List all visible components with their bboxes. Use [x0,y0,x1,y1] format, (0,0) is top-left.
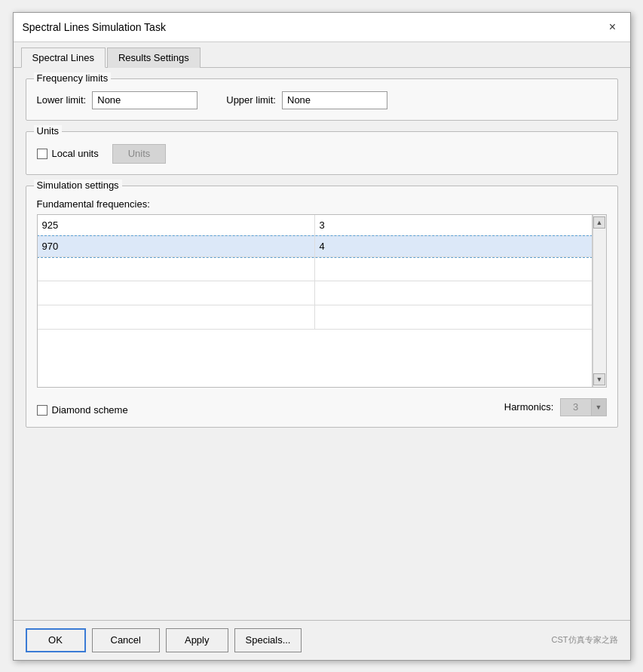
table-cell[interactable] [38,257,315,281]
cancel-button[interactable]: Cancel [92,628,160,652]
diamond-scheme-label: Diamond scheme [52,404,128,416]
table-row[interactable] [38,281,592,305]
scroll-down-button[interactable]: ▼ [593,373,605,385]
table-cell[interactable]: 3 [314,215,592,236]
diamond-scheme-checkbox[interactable] [37,405,47,416]
tab-content: Frequency limits Lower limit: Upper limi… [14,68,630,620]
tab-results-settings[interactable]: Results Settings [107,48,201,68]
dialog-title: Spectral Lines Simulation Task [23,21,166,33]
simulation-settings-title: Simulation settings [34,180,122,191]
table-row[interactable]: 970 4 [38,236,592,257]
local-units-label: Local units [52,148,99,159]
tab-bar: Spectral Lines Results Settings [14,42,630,68]
table-row[interactable]: 925 3 [38,215,592,236]
frequency-limits-group: Frequency limits Lower limit: Upper limi… [26,78,618,121]
harmonics-value: 3 [561,401,591,413]
units-title: Units [34,125,63,137]
table-cell[interactable]: 925 [38,215,315,236]
diamond-scheme-row: Diamond scheme [37,404,128,416]
watermark: CST仿真专家之路 [552,634,618,646]
dialog: Spectral Lines Simulation Task × Spectra… [13,12,631,661]
local-units-row: Local units Units [37,144,607,164]
units-group: Units Local units Units [26,131,618,175]
table-cell[interactable]: 4 [314,236,592,257]
table-scrollbar: ▲ ▼ [592,215,606,387]
upper-limit-input[interactable] [282,91,387,109]
upper-limit-label: Upper limit: [226,94,276,106]
harmonics-label: Harmonics: [504,401,554,413]
local-units-checkbox[interactable] [37,149,47,159]
specials-button[interactable]: Specials... [234,628,302,652]
table-cell[interactable] [38,281,315,305]
units-button[interactable]: Units [112,144,167,164]
table-cell[interactable] [314,281,592,305]
harmonics-dropdown[interactable]: 3 ▼ [560,398,607,416]
table-cell[interactable] [314,257,592,281]
lower-limit-input[interactable] [92,91,197,109]
simulation-settings-group: Simulation settings Fundamental frequenc… [26,186,618,428]
table-row[interactable] [38,257,592,281]
freq-table-container: 925 3 970 4 [37,214,607,388]
freq-table: 925 3 970 4 [38,215,592,330]
title-bar: Spectral Lines Simulation Task × [14,13,630,42]
table-row[interactable] [38,305,592,330]
apply-button[interactable]: Apply [166,628,228,652]
frequency-limits-title: Frequency limits [34,72,112,84]
table-cell[interactable]: 970 [38,236,315,257]
scroll-up-button[interactable]: ▲ [593,216,605,229]
harmonics-dropdown-arrow[interactable]: ▼ [591,399,606,416]
table-cell[interactable] [38,305,315,330]
fundamental-frequencies-label: Fundamental frequencies: [37,198,607,210]
freq-table-area: 925 3 970 4 [38,215,592,387]
lower-limit-label: Lower limit: [37,94,87,106]
close-button[interactable]: × [605,19,621,35]
tab-spectral-lines[interactable]: Spectral Lines [21,48,106,68]
frequency-limits-row: Lower limit: Upper limit: [37,91,607,109]
harmonics-row: Harmonics: 3 ▼ [504,398,607,416]
footer: OK Cancel Apply Specials... CST仿真专家之路 [14,620,630,660]
bottom-row: Diamond scheme Harmonics: 3 ▼ [37,398,607,416]
ok-button[interactable]: OK [26,628,86,652]
table-cell[interactable] [314,305,592,330]
